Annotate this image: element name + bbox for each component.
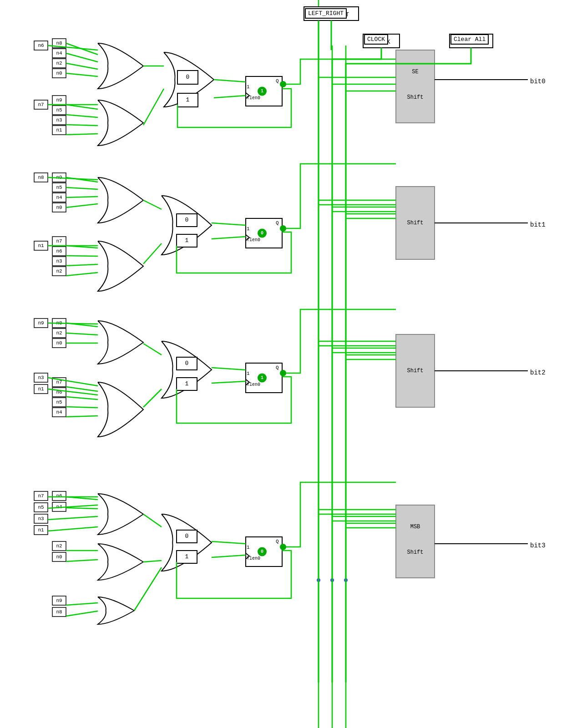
circuit-diagram xyxy=(0,0,587,728)
clear-all-label: Clear All xyxy=(450,34,489,45)
clock-label: CLOCK xyxy=(364,34,388,45)
left-right-label: LEFT_RIGHT xyxy=(305,8,347,19)
